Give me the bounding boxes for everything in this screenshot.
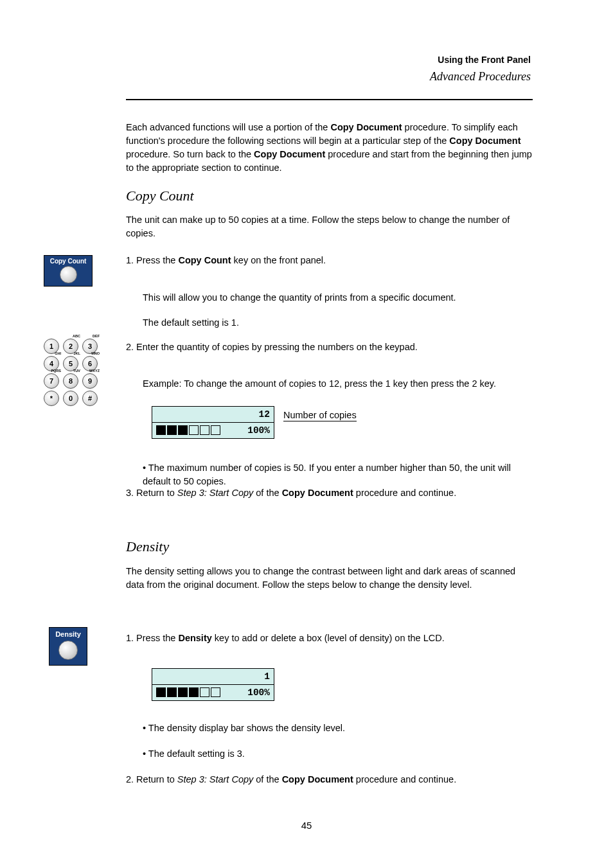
density-segment [156, 425, 166, 435]
round-button-icon [60, 266, 77, 283]
lcd-copy-number: 12 [259, 407, 270, 422]
page-number: 45 [0, 820, 613, 831]
density-segment [178, 425, 188, 435]
density-bar [156, 425, 220, 435]
round-button-icon [58, 641, 78, 660]
copy-count-key-icon: Copy Count [44, 255, 93, 287]
density-segment [211, 425, 220, 435]
copies-callout: Number of copies [283, 410, 357, 421]
keypad-key-9: 9WXYZ [82, 373, 98, 389]
copycount-note1: This will allow you to change the quanti… [143, 291, 533, 305]
lcd-row2: 100% [152, 423, 274, 438]
density-segment [189, 425, 199, 435]
copy-count-heading: Copy Count [126, 188, 194, 204]
density-note2: • The default setting is 3. [143, 747, 533, 761]
keypad-key-0: 0 [63, 391, 78, 406]
keypad-key-7: 7PQRS [44, 373, 59, 389]
keypad-key-#: # [82, 391, 98, 406]
copycount-example: Example: To change the amount of copies … [143, 377, 533, 391]
copy-count-description: The unit can make up to 50 copies at a t… [126, 213, 533, 240]
density-note1: • The density display bar shows the dens… [143, 722, 533, 735]
copycount-note-max: • The maximum number of copies is 50. If… [143, 461, 533, 488]
keypad-key-*: * [44, 391, 59, 406]
density-segment [200, 687, 209, 697]
density-segment [167, 687, 177, 697]
lcd-row2: 100% [152, 685, 274, 700]
intro-paragraph: Each advanced functions will use a porti… [126, 121, 533, 175]
copycount-step2: 2. Enter the quantity of copies by press… [126, 341, 533, 354]
lcd-zoom: 100% [247, 685, 270, 700]
lcd-copy-number: 1 [264, 669, 270, 684]
keypad-icon: 12ABC3DEF4GHI5JKL6MNO7PQRS8TUV9WXYZ*0# [44, 339, 98, 408]
density-step1: 1. Press the Density key to add or delet… [126, 632, 533, 645]
density-segment [167, 425, 177, 435]
lcd-row1: A4 1 [152, 669, 274, 685]
density-step2: 2. Return to Step 3: Start Copy of the C… [126, 773, 533, 786]
density-description: The density setting allows you to change… [126, 565, 533, 592]
copycount-step1: 1. Press the Copy Count key on the front… [126, 254, 533, 267]
density-bar [156, 687, 220, 697]
density-segment [211, 687, 220, 697]
density-segment [156, 687, 166, 697]
density-heading: Density [126, 538, 169, 555]
density-segment [189, 687, 199, 697]
density-segment [200, 425, 209, 435]
lcd-row1: A4 12 [152, 407, 274, 423]
page-header: Using the Front Panel Advanced Procedure… [430, 55, 531, 84]
header-rule [126, 99, 533, 100]
copycount-note2: The default setting is 1. [143, 316, 533, 330]
copycount-step3: 3. Return to Step 3: Start Copy of the C… [126, 486, 533, 500]
lcd-display-copycount: A4 12 100% [152, 406, 274, 439]
header-line1: Using the Front Panel [430, 55, 531, 65]
header-line2: Advanced Procedures [430, 70, 531, 84]
lcd-zoom: 100% [247, 423, 270, 438]
density-segment [178, 687, 188, 697]
keypad-key-8: 8TUV [63, 373, 78, 389]
lcd-display-density: A4 1 100% [152, 668, 274, 701]
density-key-label: Density [49, 630, 87, 638]
copy-count-key-label: Copy Count [44, 258, 92, 265]
copies-callout-text: Number of copies [283, 410, 357, 421]
density-key-icon: Density [49, 627, 87, 666]
